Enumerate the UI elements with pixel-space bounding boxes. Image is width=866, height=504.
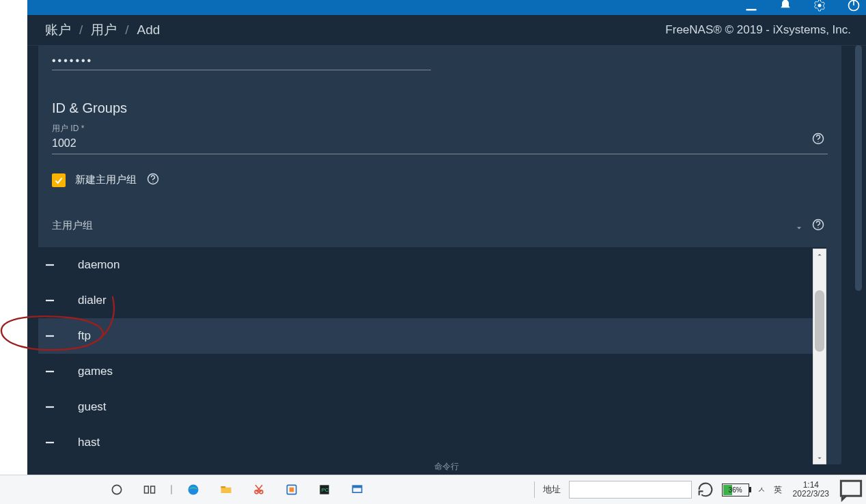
group-option-label: dialer	[78, 294, 107, 307]
svg-point-9	[818, 227, 818, 228]
topbar	[27, 0, 866, 15]
dash-icon	[44, 330, 56, 342]
form-card: ID & Groups 用户 ID * 1002 新建主用户组	[38, 45, 841, 464]
address-bar-area: 地址	[530, 481, 715, 499]
scroll-thumb[interactable]	[855, 45, 862, 291]
topbar-icon-1[interactable]	[744, 0, 758, 14]
pycharm-app-icon[interactable]: PC	[309, 476, 340, 503]
page-scrollbar[interactable]	[854, 45, 863, 464]
cortana-icon[interactable]	[101, 476, 132, 503]
group-option-label: ftp	[78, 329, 91, 343]
group-option-hast[interactable]: hast	[38, 425, 826, 460]
windows-taskbar: PC 地址 36% ㅅ 英 1:14 2022/3/23	[0, 475, 866, 504]
address-label: 地址	[543, 484, 561, 496]
help-icon[interactable]	[811, 132, 825, 145]
svg-point-20	[188, 485, 199, 495]
user-id-input[interactable]: 1002	[52, 135, 828, 154]
svg-text:PC: PC	[322, 487, 329, 493]
file-explorer-icon[interactable]	[210, 476, 242, 503]
settings-icon[interactable]	[813, 0, 826, 14]
group-option-ftp[interactable]: ftp	[38, 318, 826, 354]
svg-rect-32	[841, 481, 861, 496]
new-primary-group-label: 新建主用户组	[75, 173, 137, 186]
dash-icon	[44, 436, 56, 449]
power-icon[interactable]	[847, 0, 861, 14]
breadcrumb: 账户 / 用户 / Add FreeNAS® © 2019 - iXsystem…	[27, 15, 866, 46]
refresh-icon[interactable]	[696, 481, 715, 499]
svg-point-7	[152, 182, 153, 182]
breadcrumb-add: Add	[135, 23, 163, 38]
dropdown-scrollbar[interactable]	[813, 249, 826, 464]
user-id-label: 用户 ID *	[52, 123, 828, 135]
group-options-list: daemondialerftpgamesguesthast	[38, 247, 826, 464]
ime-indicator[interactable]: 英	[770, 484, 786, 496]
cli-label: 命令行	[27, 461, 866, 473]
svg-point-16	[112, 485, 121, 494]
clock[interactable]: 1:14 2022/3/23	[786, 481, 836, 499]
taskbar-separator	[167, 476, 176, 503]
dash-icon	[44, 365, 56, 378]
notifications-icon[interactable]	[779, 0, 792, 14]
group-option-label: guest	[78, 400, 107, 414]
vmware-app-icon[interactable]	[276, 476, 307, 503]
group-option-label: games	[78, 365, 113, 378]
svg-rect-18	[151, 486, 155, 493]
freenas-window: 账户 / 用户 / Add FreeNAS® © 2019 - iXsystem…	[27, 0, 866, 475]
help-icon[interactable]	[811, 218, 825, 232]
new-primary-group-checkbox[interactable]	[52, 173, 66, 187]
help-icon[interactable]	[146, 172, 160, 188]
svg-rect-0	[746, 9, 757, 11]
scroll-thumb[interactable]	[815, 290, 824, 352]
task-view-icon[interactable]	[134, 476, 165, 503]
breadcrumb-accounts[interactable]: 账户	[42, 21, 74, 39]
edge-app-icon[interactable]	[178, 476, 209, 503]
svg-rect-17	[145, 486, 149, 493]
battery-icon[interactable]: 36%	[722, 484, 749, 496]
group-option-dialer[interactable]: dialer	[38, 283, 826, 318]
dash-icon	[44, 294, 56, 307]
chevron-down-icon[interactable]	[795, 223, 803, 234]
breadcrumb-users[interactable]: 用户	[88, 21, 120, 39]
group-option-daemon[interactable]: daemon	[38, 247, 826, 283]
dash-icon	[44, 401, 56, 413]
group-option-label: hast	[78, 436, 100, 449]
svg-rect-31	[352, 486, 361, 488]
primary-group-select[interactable]: 主用户组	[52, 219, 828, 232]
svg-point-5	[818, 141, 818, 142]
group-option-label: daemon	[78, 258, 120, 272]
snip-app-icon[interactable]	[243, 476, 275, 503]
svg-rect-27	[290, 488, 294, 492]
dash-icon	[44, 259, 56, 271]
tray-chevron-icon[interactable]: ㅅ	[753, 484, 770, 496]
app-icon[interactable]	[341, 476, 373, 503]
group-option-guest[interactable]: guest	[38, 389, 826, 425]
scroll-up-icon[interactable]	[813, 249, 826, 260]
password-confirm-input[interactable]	[52, 52, 431, 70]
copyright-text: FreeNAS® © 2019 - iXsystems, Inc.	[665, 23, 851, 37]
action-center-icon[interactable]	[836, 476, 866, 503]
address-input[interactable]	[569, 481, 692, 499]
svg-point-1	[818, 4, 822, 8]
section-id-groups: ID & Groups	[38, 70, 841, 120]
group-option-games[interactable]: games	[38, 354, 826, 389]
svg-rect-21	[221, 486, 226, 488]
